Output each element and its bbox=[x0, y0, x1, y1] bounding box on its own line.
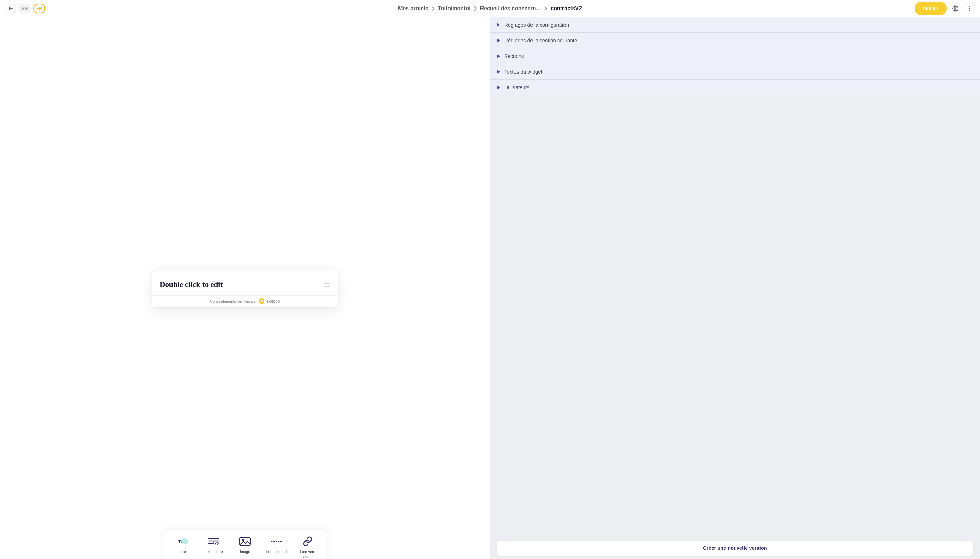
title-icon: T i T i bbox=[176, 536, 189, 546]
accordion-users[interactable]: Utilisateurs bbox=[490, 79, 980, 95]
triangle-right-icon bbox=[497, 54, 500, 58]
svg-text:T: T bbox=[178, 539, 181, 544]
widget-card[interactable]: Double click to edit Consentements certi… bbox=[152, 271, 338, 308]
settings-accordion: Réglages de la configuration Réglages de… bbox=[490, 17, 980, 95]
preview-panel: Double click to edit Consentements certi… bbox=[0, 17, 490, 559]
tool-spacing[interactable]: Espacement bbox=[267, 536, 286, 559]
breadcrumb-consent[interactable]: Recueil des consente… bbox=[480, 5, 541, 12]
svg-text:i: i bbox=[185, 541, 186, 544]
app-header: EN FR Mes projets Toitoimontoi Recueil d… bbox=[0, 0, 980, 17]
svg-point-15 bbox=[242, 539, 244, 541]
accordion-label: Utilisateurs bbox=[504, 84, 530, 90]
svg-point-3 bbox=[969, 8, 970, 9]
tool-label: Titre bbox=[179, 549, 186, 554]
widget-title[interactable]: Double click to edit bbox=[160, 280, 223, 289]
accordion-widget-texts[interactable]: Textes du widget bbox=[490, 64, 980, 79]
widget-body: Double click to edit bbox=[152, 271, 338, 295]
breadcrumb-project-name[interactable]: Toitoimontoi bbox=[438, 5, 470, 12]
publish-button[interactable]: Publier bbox=[915, 2, 947, 15]
breadcrumb: Mes projets Toitoimontoi Recueil des con… bbox=[398, 5, 582, 12]
more-vertical-icon bbox=[969, 6, 970, 11]
tool-link-section[interactable]: Lien vers section bbox=[298, 536, 317, 559]
drag-handle-icon[interactable] bbox=[324, 283, 330, 287]
widget-footer: Consentements certifiés par axeptio bbox=[152, 295, 338, 308]
settings-button[interactable] bbox=[949, 3, 961, 14]
chevron-right-icon bbox=[474, 7, 477, 10]
svg-line-13 bbox=[215, 542, 216, 545]
accordion-label: Réglages de la section courante bbox=[504, 38, 577, 43]
tool-label: Texte riche bbox=[205, 549, 223, 554]
accordion-section-settings[interactable]: Réglages de la section courante bbox=[490, 33, 980, 48]
accordion-label: Textes du widget bbox=[504, 69, 543, 74]
chevron-right-icon bbox=[432, 7, 434, 10]
triangle-right-icon bbox=[497, 38, 500, 43]
accordion-label: Réglages de la configuration bbox=[504, 22, 569, 28]
tool-image[interactable]: Image bbox=[236, 536, 254, 559]
tool-title[interactable]: T i T i Titre bbox=[173, 536, 192, 559]
back-button[interactable] bbox=[5, 3, 16, 14]
svg-point-2 bbox=[969, 6, 970, 7]
svg-point-4 bbox=[969, 10, 970, 11]
svg-rect-14 bbox=[239, 537, 251, 546]
breadcrumb-projects[interactable]: Mes projets bbox=[398, 5, 428, 12]
lang-en-pill[interactable]: EN bbox=[19, 4, 31, 13]
settings-panel: Réglages de la configuration Réglages de… bbox=[490, 17, 980, 559]
tool-label: Espacement bbox=[266, 549, 287, 554]
svg-text:i: i bbox=[181, 540, 182, 544]
tool-label: Lien vers section bbox=[298, 549, 317, 559]
axeptio-brand-name: axeptio bbox=[266, 299, 280, 304]
main-content: Double click to edit Consentements certi… bbox=[0, 17, 980, 559]
header-right-group: Publier bbox=[915, 2, 975, 15]
triangle-right-icon bbox=[497, 70, 500, 74]
widget-stack: Double click to edit Consentements certi… bbox=[152, 269, 338, 308]
svg-text:T: T bbox=[183, 540, 185, 544]
arrow-left-icon bbox=[8, 5, 13, 12]
breadcrumb-current: contractsV2 bbox=[551, 5, 582, 12]
chevron-right-icon bbox=[544, 7, 547, 10]
tool-rich-text[interactable]: Texte riche bbox=[204, 536, 223, 559]
tool-label: Image bbox=[240, 549, 251, 554]
create-version-button[interactable]: Créer une nouvelle version bbox=[497, 541, 973, 556]
accordion-label: Sections bbox=[504, 53, 524, 59]
axeptio-badge-icon bbox=[259, 298, 264, 304]
triangle-right-icon bbox=[497, 86, 500, 89]
link-icon bbox=[301, 536, 314, 546]
lang-fr-pill[interactable]: FR bbox=[33, 4, 45, 13]
certified-text: Consentements certifiés par bbox=[210, 299, 257, 303]
svg-point-1 bbox=[954, 8, 956, 9]
spacing-icon bbox=[270, 536, 283, 546]
rich-text-icon bbox=[207, 536, 220, 546]
gear-icon bbox=[952, 5, 958, 12]
more-menu-button[interactable] bbox=[964, 3, 975, 14]
accordion-config-settings[interactable]: Réglages de la configuration bbox=[490, 17, 980, 33]
header-left-group: EN FR bbox=[5, 3, 45, 14]
image-icon bbox=[239, 536, 251, 546]
triangle-right-icon bbox=[497, 23, 500, 27]
accordion-sections[interactable]: Sections bbox=[490, 48, 980, 64]
component-toolbox: T i T i Titre Texte riche Image bbox=[163, 530, 327, 559]
